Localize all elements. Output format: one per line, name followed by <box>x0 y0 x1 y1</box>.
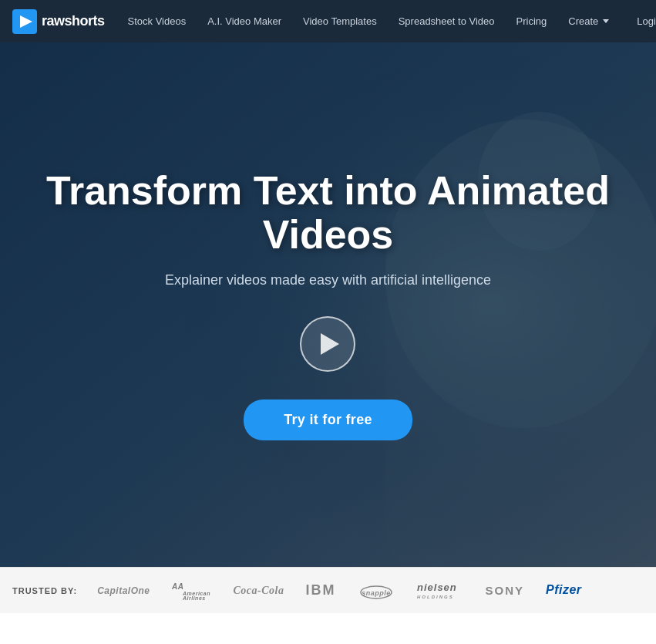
svg-text:HOLDINGS: HOLDINGS <box>417 595 454 599</box>
nav-create[interactable]: Create <box>560 9 617 33</box>
try-free-button[interactable]: Try it for free <box>244 400 412 440</box>
trusted-logos: CapitalOne AAAmericanAirlines Coca-Cola … <box>89 578 656 602</box>
nav-video-templates[interactable]: Video Templates <box>295 9 385 33</box>
nav-stock-videos[interactable]: Stock Videos <box>120 9 194 33</box>
nav-pricing[interactable]: Pricing <box>509 9 555 33</box>
logo-capital-one: CapitalOne <box>97 585 150 596</box>
logo-sony: SONY <box>485 584 524 597</box>
nav-ai-video-maker[interactable]: A.I. Video Maker <box>200 9 289 33</box>
svg-text:Airlines: Airlines <box>182 595 206 600</box>
play-triangle-icon <box>321 333 339 355</box>
hero-content: Transform Text into Animated Videos Expl… <box>15 169 641 440</box>
logo-american-airlines: AAAmericanAirlines <box>172 578 212 602</box>
nav-spreadsheet-to-video[interactable]: Spreadsheet to Video <box>391 9 503 33</box>
logo-coca-cola: Coca-Cola <box>234 585 284 597</box>
logo[interactable]: rawshorts <box>12 9 105 34</box>
svg-text:snapple: snapple <box>362 589 392 597</box>
svg-text:Pfizer: Pfizer <box>546 583 582 596</box>
logo-nielsen: nielsenHOLDINGS <box>417 578 463 602</box>
hero-title: Transform Text into Animated Videos <box>46 169 610 257</box>
logo-text: rawshorts <box>42 13 105 29</box>
svg-text:AA: AA <box>172 582 183 591</box>
logo-ibm: IBM <box>305 582 335 598</box>
nav-login[interactable]: Login <box>629 9 656 33</box>
play-button-wrapper <box>46 316 610 372</box>
logo-pfizer: Pfizer <box>546 578 584 602</box>
logo-snapple: snapple <box>357 578 395 602</box>
trusted-label: TRUSTED BY: <box>0 586 89 595</box>
logo-icon <box>12 9 37 34</box>
hero-subtitle: Explainer videos made easy with artifici… <box>46 272 610 288</box>
play-button[interactable] <box>300 316 355 372</box>
trusted-bar: TRUSTED BY: CapitalOne AAAmericanAirline… <box>0 567 656 613</box>
hero-section: Transform Text into Animated Videos Expl… <box>0 42 656 567</box>
chevron-down-icon <box>603 19 609 23</box>
bottom-area <box>0 613 656 644</box>
svg-text:nielsen: nielsen <box>417 582 457 593</box>
navbar: rawshorts Stock Videos A.I. Video Maker … <box>0 0 656 42</box>
